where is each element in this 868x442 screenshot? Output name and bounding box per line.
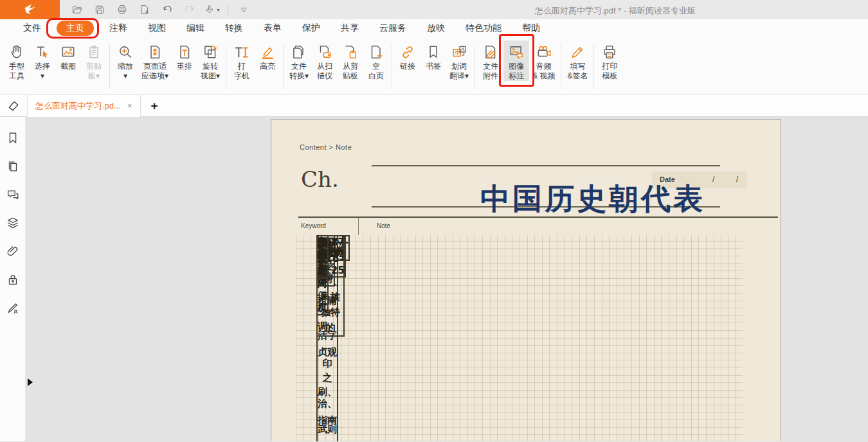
app-logo[interactable] [0, 0, 60, 19]
audio-video-icon [534, 42, 554, 62]
blank-page-button[interactable]: 空白页 [363, 40, 389, 81]
comments-panel-button[interactable] [6, 188, 20, 202]
document-heading: 中国历史朝代表 [400, 179, 781, 219]
pages-panel-button[interactable] [6, 159, 20, 173]
keyword-note-rule [298, 217, 778, 218]
file-attachment-label: 文件附件 [483, 62, 498, 81]
from-scanner-button[interactable]: 从扫描仪 [312, 40, 338, 81]
document-canvas[interactable]: Content > Note Ch. Date / / 中国历史朝代表 Keyw… [26, 117, 868, 441]
word-translate-button[interactable]: 中A划词翻译▾ [446, 40, 472, 81]
clipboard-button: 剪贴板▾ [81, 40, 107, 81]
new-tab-button[interactable]: + [151, 99, 158, 113]
customize-toolbar-button[interactable] [235, 2, 252, 17]
menu-item-help[interactable]: 帮助 [517, 21, 545, 35]
select-tool-label: 选择▾ [35, 62, 50, 81]
reflow-button[interactable]: 重排 [172, 40, 197, 81]
menu-item-share[interactable]: 共享 [336, 21, 364, 35]
menu-item-view[interactable]: 视图 [143, 21, 171, 35]
from-clipboard-button[interactable]: 从剪贴板 [338, 40, 363, 81]
zoom-button[interactable]: 缩放▾ [113, 40, 138, 81]
link-label: 链接 [400, 62, 415, 71]
bookmark-label: 书签 [426, 62, 441, 71]
file-convert-icon [289, 42, 309, 62]
word-translate-icon: 中A [449, 42, 469, 62]
audio-video-label: 音频& 视频 [532, 62, 555, 81]
image-annotation-label: 图像标注 [509, 62, 524, 81]
hand-tool-label: 手型工具 [9, 62, 24, 81]
rotate-view-label: 旋转视图▾ [201, 62, 220, 81]
bookmarks-panel-button[interactable] [6, 131, 20, 145]
image-annotation-button[interactable]: 图像标注 [503, 40, 529, 81]
open-button[interactable] [69, 2, 86, 17]
typewriter-button[interactable]: 打字机 [229, 40, 255, 81]
toolbar-separator [228, 4, 228, 15]
page-fit-options-button[interactable]: 页面适应选项▾ [138, 40, 172, 81]
menu-item-present[interactable]: 放映 [422, 21, 450, 35]
menu-item-convert[interactable]: 转换 [220, 21, 248, 35]
ribbon-group-divider [226, 44, 226, 89]
menu-item-features[interactable]: 特色功能 [460, 21, 507, 35]
link-button[interactable]: 链接 [395, 40, 420, 81]
audio-video-button[interactable]: 音频& 视频 [529, 40, 558, 81]
quick-access-toolbar: ▼ [69, 2, 252, 17]
pdf-page[interactable]: Content > Note Ch. Date / / 中国历史朝代表 Keyw… [271, 119, 781, 441]
select-tool-icon [33, 42, 52, 62]
ribbon-group-divider [593, 44, 594, 89]
reflow-icon [175, 42, 194, 62]
security-panel-button[interactable] [6, 272, 20, 287]
redo-button[interactable] [181, 2, 198, 17]
menu-item-file[interactable]: 文件 [18, 21, 46, 35]
annotation-rectangle-home [46, 18, 99, 39]
note-line: 针及火药、王安石变法 [318, 434, 337, 441]
clipboard-label: 剪贴板▾ [86, 62, 102, 81]
snapshot-button[interactable]: 截图 [55, 40, 81, 81]
menu-item-home[interactable]: 主页 [57, 21, 94, 36]
reflow-label: 重排 [177, 62, 192, 71]
tab-close-icon[interactable]: × [127, 101, 132, 110]
fill-sign-icon [568, 42, 587, 62]
attachments-panel-button[interactable] [6, 244, 20, 258]
bookmark-button[interactable]: 书签 [420, 40, 446, 81]
chapter-label: Ch. [301, 166, 339, 192]
rotate-view-icon [201, 42, 220, 62]
undo-button[interactable] [159, 2, 176, 17]
select-tool-button[interactable]: 选择▾ [30, 40, 55, 81]
layers-panel-button[interactable] [6, 216, 20, 230]
fill-sign-button[interactable]: 填写&签名 [564, 40, 591, 81]
menu-item-edit[interactable]: 编辑 [181, 21, 210, 35]
panel-expand-handle[interactable] [28, 378, 33, 386]
ribbon-group: 文件转换▾从扫描仪从剪贴板空白页 [286, 40, 389, 81]
eraser-tool-icon[interactable] [0, 100, 27, 112]
save-button[interactable] [91, 2, 108, 17]
print-template-icon [600, 42, 619, 62]
highlight-button[interactable]: 高亮 [255, 40, 280, 81]
document-tab-label: 怎么面对高中学习.pd... [35, 100, 121, 112]
ribbon-group: 文件附件图像标注音频& 视频 [478, 40, 558, 81]
document-tab-bar: 怎么面对高中学习.pd... × + [0, 95, 868, 117]
rotate-view-button[interactable]: 旋转视图▾ [197, 40, 223, 81]
document-tab[interactable]: 怎么面对高中学习.pd... × [27, 95, 141, 117]
keyword-note-divider [358, 218, 359, 235]
keyword-label: Keyword [301, 222, 326, 229]
file-convert-button[interactable]: 文件转换▾ [286, 40, 312, 81]
hand-tool-button[interactable]: 手型工具 [4, 40, 30, 81]
new-document-button[interactable] [136, 2, 153, 17]
print-button[interactable] [114, 2, 131, 17]
print-template-button[interactable]: 打印模板 [597, 40, 622, 81]
typewriter-label: 打字机 [234, 62, 249, 81]
signature-panel-button[interactable] [6, 301, 20, 315]
hand-mode-button[interactable]: ▼ [204, 2, 221, 17]
menu-item-form[interactable]: 表单 [258, 21, 287, 35]
file-attachment-button[interactable]: 文件附件 [478, 40, 503, 81]
ribbon-group-divider [283, 44, 284, 89]
menu-item-cloud[interactable]: 云服务 [374, 21, 411, 35]
link-icon [398, 42, 417, 62]
grid-paper-area [296, 235, 743, 441]
image-annotation-icon [507, 42, 526, 62]
menu-item-protect[interactable]: 保护 [297, 21, 325, 35]
snapshot-icon [59, 42, 78, 62]
ribbon-toolbar: 手型工具选择▾截图剪贴板▾缩放▾页面适应选项▾重排旋转视图▾打字机高亮文件转换▾… [0, 37, 868, 95]
title-bar: ▼ 怎么面对高中学习.pdf * - 福昕阅读器专业版 [0, 0, 868, 19]
menu-item-comment[interactable]: 注释 [104, 21, 132, 35]
clipboard-icon [84, 42, 104, 62]
